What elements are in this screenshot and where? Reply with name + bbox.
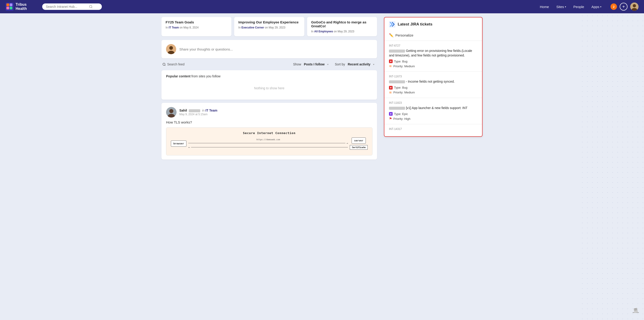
logo-icon (6, 3, 14, 11)
tls-cert-box: Certificate (350, 145, 368, 150)
ticket-2-priority: ≋ Priority: Medium (389, 90, 478, 95)
composer-avatar (166, 44, 176, 54)
ticket-1-id: INT-6727 (389, 44, 478, 47)
top-card-1-meta: In IT Team on May 8, 2024 (166, 26, 227, 29)
post-composer (162, 40, 377, 58)
priority-high-icon: ⚑ (389, 117, 392, 121)
ticket-3-title: [v1] App launcher & new fields support: … (389, 106, 478, 110)
nav-actions: 2 + (610, 3, 638, 11)
svg-rect-3 (6, 7, 9, 10)
svg-point-16 (169, 109, 174, 113)
ticket-2-tags: ■ Type: Bug ≋ Priority: Medium (389, 86, 478, 95)
sort-by-dropdown[interactable]: Sort by Recent activity ▾ (333, 62, 376, 67)
personalize-label: Personalize (396, 33, 413, 37)
svg-point-13 (163, 63, 165, 65)
nav-apps[interactable]: Apps ▾ (592, 5, 601, 9)
tls-arrows: https://demoweb.com → ← (188, 138, 348, 149)
post-author-avatar[interactable] (166, 107, 176, 118)
search-icon (162, 63, 166, 66)
ticket-3-blurred (389, 107, 405, 110)
bug-icon-2: ■ (389, 86, 393, 90)
composer-avatar-icon (166, 44, 176, 54)
ticket-1-type: ■ Type: Bug (389, 60, 478, 63)
nav-home[interactable]: Home (540, 5, 549, 9)
show-posts-dropdown[interactable]: Show Posts I follow ▾ (291, 62, 330, 67)
apps-chevron-icon: ▾ (600, 6, 601, 8)
feed-controls: Search feed Show Posts I follow ▾ Sort b… (162, 62, 377, 67)
ticket-3-type: ■ Type: Epic (389, 112, 478, 116)
ticket-3-tags: ■ Type: Epic ⚑ Priority: High (389, 112, 478, 121)
top-cards-row: FY25 Team Goals In IT Team on May 8, 202… (162, 17, 377, 36)
right-column: Latest JIRA tickets ✏️ Personalize INT-6… (382, 13, 487, 163)
svg-line-14 (165, 65, 165, 66)
post-header: Sahil in IT Team May 9, 2024 at 5:15am (166, 107, 372, 118)
svg-point-5 (90, 5, 92, 8)
search-bar[interactable] (42, 4, 102, 10)
ticket-4-id: INT-14317 (389, 127, 478, 131)
personalize-button[interactable]: ✏️ Personalize (384, 31, 482, 41)
content-layer: FY25 Team Goals In IT Team on May 8, 202… (0, 13, 644, 163)
ticket-2-type: ■ Type: Bug (389, 86, 478, 90)
nav-people[interactable]: People (573, 5, 584, 9)
top-card-2-title: Improving Our Employee Experience (238, 20, 300, 24)
post-author-avatar-img (166, 107, 176, 118)
svg-point-8 (633, 4, 636, 7)
top-card-3-title: GoGoCo and Rightco to merge as GreatCo! (311, 20, 373, 28)
top-card-3-meta: In All Employees on May 29, 2023 (311, 30, 373, 33)
priority-medium-icon: ≋ (389, 64, 392, 68)
popular-content-card: Popular content from sites you follow No… (162, 70, 377, 100)
ticket-1-title: Getting error on provisioning few fields… (389, 49, 478, 58)
top-card-2-team: Executive Corner (242, 26, 264, 29)
jira-header: Latest JIRA tickets (384, 18, 482, 31)
jira-ticket-2[interactable]: INT-11673 - Income fields not getting sy… (384, 72, 482, 98)
priority-medium-icon-2: ≋ (389, 90, 392, 95)
sort-chevron-icon: ▾ (373, 63, 374, 66)
tls-server-label: server (352, 138, 366, 144)
top-card-1[interactable]: FY25 Team Goals In IT Team on May 8, 202… (162, 17, 232, 36)
logo-text: Tribus Health (16, 3, 27, 11)
author-last-name-blurred (189, 109, 200, 112)
ticket-3-priority: ⚑ Priority: High (389, 117, 478, 121)
jira-ticket-1[interactable]: INT-6727 Getting error on provisioning f… (384, 41, 482, 72)
post-content: How TLS works? (166, 120, 372, 124)
svg-rect-4 (10, 7, 12, 10)
epic-icon: ■ (389, 112, 393, 116)
empty-message: Nothing to show here (166, 81, 372, 96)
search-input[interactable] (46, 5, 87, 9)
user-avatar-button[interactable] (630, 3, 638, 11)
watermark-icon[interactable] (632, 307, 640, 315)
top-card-2[interactable]: Improving Our Employee Experience In Exe… (234, 17, 304, 36)
ticket-1-tags: ■ Type: Bug ≋ Priority: Medium (389, 60, 478, 68)
top-card-2-meta: In Executive Corner on May 29, 2023 (238, 26, 300, 29)
top-card-1-title: FY25 Team Goals (166, 20, 227, 24)
svg-point-11 (169, 46, 173, 50)
top-card-1-team: IT Team (168, 26, 179, 29)
feed-search-button[interactable]: Search feed (162, 63, 184, 66)
top-card-3-team: All Employees (314, 30, 333, 33)
bug-icon: ■ (389, 60, 393, 63)
search-icon (89, 5, 93, 9)
notification-badge[interactable]: 2 (610, 4, 617, 10)
tls-browser-box: browser (171, 141, 186, 147)
post-image: Secure Internet Connection browser https… (166, 127, 372, 155)
jira-ticket-3[interactable]: INT-11823 [v1] App launcher & new fields… (384, 98, 482, 124)
logo[interactable]: Tribus Health (6, 3, 38, 11)
feed-column: FY25 Team Goals In IT Team on May 8, 202… (157, 13, 382, 163)
header: Tribus Health Home Sites ▾ People Apps ▾… (0, 0, 644, 13)
composer-input[interactable] (179, 47, 372, 51)
jira-widget: Latest JIRA tickets ✏️ Personalize INT-6… (384, 17, 482, 137)
ticket-3-id: INT-11823 (389, 101, 478, 104)
main-layout: FY25 Team Goals In IT Team on May 8, 202… (157, 13, 487, 163)
ticket-1-priority: ≋ Priority: Medium (389, 64, 478, 68)
user-avatar-icon (630, 3, 638, 11)
sites-chevron-icon: ▾ (565, 6, 566, 8)
top-card-3[interactable]: GoGoCo and Rightco to merge as GreatCo! … (307, 17, 377, 36)
jira-ticket-4[interactable]: INT-14317 (384, 124, 482, 136)
tls-diagram: Secure Internet Connection browser https… (166, 128, 372, 155)
nav-sites[interactable]: Sites ▾ (556, 5, 566, 9)
svg-rect-2 (10, 4, 12, 6)
feed-controls-right: Show Posts I follow ▾ Sort by Recent act… (291, 62, 376, 67)
edit-pencil-icon (632, 307, 640, 314)
add-button[interactable]: + (620, 3, 628, 11)
main-nav: Home Sites ▾ People Apps ▾ (540, 5, 601, 9)
